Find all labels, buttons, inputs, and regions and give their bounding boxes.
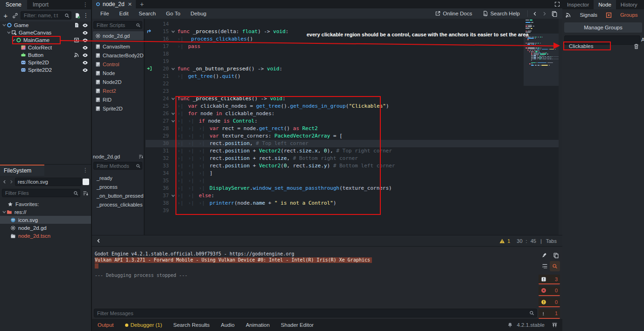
dock-tab-history[interactable]: History <box>616 0 642 9</box>
filter-scripts-input[interactable] <box>93 21 142 29</box>
method-item-_on_button_pressed[interactable]: _on_button_pressed <box>93 191 144 200</box>
collapse-arrow-icon[interactable] <box>2 23 7 28</box>
new-script-tab-icon[interactable]: + <box>136 0 148 8</box>
code-line-16[interactable]: 16›|_process_clickables() <box>146 35 562 43</box>
doc-item-canvasitem[interactable]: CanvasItem <box>93 42 144 51</box>
code-line-19[interactable]: 19 <box>146 58 562 65</box>
eye-badge-icon[interactable] <box>82 60 88 66</box>
online-docs-button[interactable]: Online Docs <box>430 11 477 16</box>
fs-file-row-node_2d-tscn[interactable]: node_2d.tscn <box>0 232 91 240</box>
warning-count[interactable]: 1 <box>507 238 510 244</box>
line-number[interactable]: 17 <box>154 43 169 50</box>
fs-file-row-icon-svg[interactable]: icon.svg <box>0 216 91 224</box>
menu-goto[interactable]: Go To <box>161 11 185 16</box>
history-forward-icon[interactable] <box>540 11 548 16</box>
scene-tree-row-button[interactable]: Button <box>0 51 91 59</box>
code-line-17[interactable]: 17›|pass <box>146 43 562 50</box>
code-editor[interactable]: 1415func _process(delta: float) -> void:… <box>146 19 562 235</box>
scene-tree-row-game[interactable]: Game <box>0 21 91 29</box>
code-line-30[interactable]: 30›|›|›|rect.position, # Top left corner <box>146 140 562 147</box>
scene-tree-row-gamecanvas[interactable]: GameCanvas <box>0 29 91 36</box>
scene-tree-row-sprite2d2[interactable]: Sprite2D2 <box>0 66 91 74</box>
tab-scene[interactable]: Scene <box>0 0 27 9</box>
fold-arrow-icon[interactable] <box>171 97 175 101</box>
line-number[interactable]: 29 <box>154 132 169 140</box>
scripts-panel-toggle-icon[interactable] <box>549 11 559 17</box>
code-line-27[interactable]: 27›|›|if node is Control: <box>146 117 562 125</box>
tab-signals[interactable]: Signals <box>574 12 604 18</box>
doc-item-control[interactable]: Control <box>93 60 144 69</box>
menu-file[interactable]: File <box>96 11 114 16</box>
line-number[interactable]: 32 <box>154 155 169 162</box>
scene-tree-row-maingame[interactable]: MainGame <box>0 36 91 44</box>
doc-item-node[interactable]: Node <box>93 69 144 77</box>
doc-item-rid[interactable]: RID <box>93 95 144 104</box>
warning-icon[interactable] <box>499 238 505 244</box>
code-line-24[interactable]: 24func _process_clickables() -> void: <box>146 95 562 103</box>
script-badge-icon[interactable] <box>74 22 79 28</box>
fs-forward-icon[interactable] <box>8 179 14 184</box>
line-number[interactable]: 33 <box>154 162 169 170</box>
line-number[interactable]: 16 <box>154 35 169 43</box>
output-badge-error-square[interactable]: 3 <box>539 275 560 284</box>
fs-root-row[interactable]: res:// <box>0 208 91 216</box>
eye-badge-icon[interactable] <box>82 45 88 51</box>
menu-edit[interactable]: Edit <box>115 11 133 16</box>
bottom-tab-audio[interactable]: Audio <box>215 322 240 328</box>
doc-item-rect2[interactable]: Rect2 <box>93 86 144 95</box>
line-number[interactable]: 15 <box>154 28 169 35</box>
line-number[interactable]: 24 <box>154 95 169 103</box>
minimap-viewport[interactable] <box>524 34 560 86</box>
indent-mode[interactable]: Tabs <box>546 238 557 244</box>
code-line-38[interactable]: 38›|›|›|printerr(node.name + " is not a … <box>146 200 562 207</box>
code-minimap[interactable] <box>525 19 559 93</box>
line-number[interactable]: 14 <box>154 21 169 28</box>
code-line-26[interactable]: 26›|for node in clickable_nodes: <box>146 110 562 117</box>
output-badge-edit[interactable]: 1 <box>539 309 560 319</box>
method-item-_process_clickables[interactable]: _process_clickables <box>93 200 144 209</box>
code-line-21[interactable]: 21›|get_tree().quit() <box>146 73 562 80</box>
fold-arrow-icon[interactable] <box>171 193 175 198</box>
scene-tabs-menu-icon[interactable]: ⋮ <box>80 0 91 9</box>
line-number[interactable]: 19 <box>154 58 169 65</box>
line-number[interactable]: 26 <box>154 110 169 117</box>
trash-icon[interactable] <box>633 43 639 49</box>
code-line-20[interactable]: 20func _on_button_pressed() -> void: <box>146 65 562 73</box>
search-help-button[interactable]: Search Help <box>478 11 525 16</box>
collapse-arrow-icon[interactable] <box>2 210 7 214</box>
fs-file-row-node_2d-gd[interactable]: node_2d.gd <box>0 224 91 232</box>
line-number[interactable]: 36 <box>154 185 169 192</box>
add-node-button[interactable]: + <box>2 12 9 20</box>
line-number[interactable]: 38 <box>154 200 169 207</box>
method-item-_ready[interactable]: _ready <box>93 173 144 182</box>
line-number[interactable]: 21 <box>154 73 169 80</box>
line-number[interactable]: 35 <box>154 177 169 185</box>
code-line-28[interactable]: 28›|›|›|var rect = node.get_rect() as Re… <box>146 125 562 132</box>
filesystem-menu-icon[interactable]: ⋮ <box>83 167 88 173</box>
attach-script-icon[interactable] <box>73 13 81 19</box>
code-line-34[interactable]: 34›|›|›|] <box>146 170 562 177</box>
manage-groups-button[interactable]: Manage Groups <box>564 22 642 33</box>
eye-badge-icon[interactable] <box>82 37 88 43</box>
code-line-32[interactable]: 32›|›|›|rect.position + rect.size, # Bot… <box>146 155 562 162</box>
code-line-36[interactable]: 36›|›|›|DisplayServer.window_set_mouse_p… <box>146 185 562 192</box>
doc-item-sprite2d[interactable]: Sprite2D <box>93 104 144 113</box>
distraction-free-icon[interactable] <box>552 0 562 8</box>
dock-tab-inspector[interactable]: Inspector <box>562 0 594 9</box>
menu-debug[interactable]: Debug <box>186 11 211 16</box>
tab-import[interactable]: Import <box>27 0 54 9</box>
method-item-_process[interactable]: _process <box>93 182 144 191</box>
editor-scrollbar[interactable] <box>559 19 562 235</box>
code-line-25[interactable]: 25›|var clickable_nodes = get_tree().get… <box>146 103 562 110</box>
code-line-14[interactable]: 14 <box>146 21 562 28</box>
scene-filter-input[interactable] <box>21 11 71 20</box>
script-item-current[interactable]: node_2d.gd <box>93 31 144 40</box>
fold-arrow-icon[interactable] <box>171 29 175 34</box>
scene-menu-icon[interactable]: ⋮ <box>83 12 89 19</box>
line-number[interactable]: 22 <box>154 80 169 88</box>
fs-path[interactable]: res://icon.svg <box>15 178 82 186</box>
scene-tree-row-colorrect[interactable]: ColorRect <box>0 44 91 51</box>
line-number[interactable]: 28 <box>154 125 169 132</box>
code-line-31[interactable]: 31›|›|›|rect.position + Vector2(rect.siz… <box>146 147 562 155</box>
signal-connection-icon[interactable] <box>147 66 152 71</box>
